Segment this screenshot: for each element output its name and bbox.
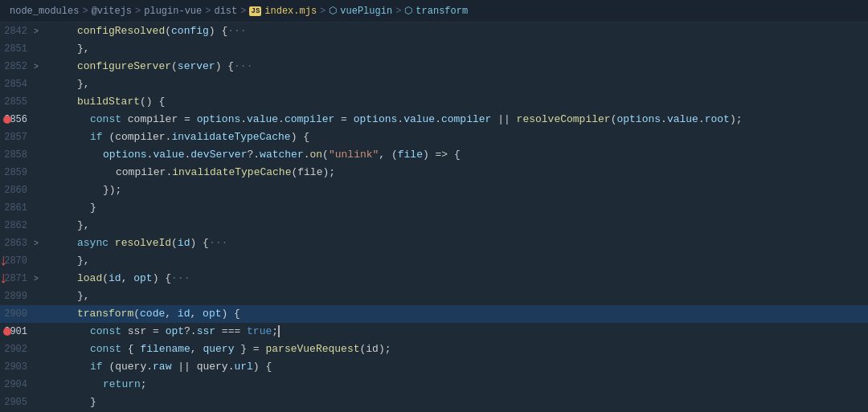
line-content: configureServer(server) {··· (58, 58, 868, 75)
arrow-indicator: ↓ (0, 271, 8, 287)
line-gutter: 2861 (0, 199, 58, 217)
code-line: 2855 buildStart() { (0, 93, 868, 111)
code-line: 2902 const { filename, query } = parseVu… (0, 341, 868, 358)
code-line: 2899 }, (0, 288, 868, 305)
js-icon: JS (249, 6, 261, 16)
line-number: 2842 (0, 26, 31, 37)
line-number: 2854 (0, 79, 31, 90)
code-line: 2860 }); (0, 182, 868, 199)
breadcrumb: node_modules > @vitejs > plugin-vue > di… (0, 0, 868, 22)
code-line: 2905 } (0, 394, 868, 411)
line-content: }, (58, 40, 868, 58)
line-gutter: 2856 (0, 111, 58, 128)
line-content: const { filename, query } = parseVueRequ… (58, 341, 868, 358)
breadcrumb-file[interactable]: index.mjs (264, 6, 317, 17)
fold-arrow[interactable]: > (31, 63, 42, 71)
line-number: 2860 (0, 185, 31, 196)
line-number: 2862 (0, 220, 31, 231)
breadcrumb-folder: node_modules (10, 6, 79, 17)
line-content: }, (58, 75, 868, 93)
line-gutter: 2863 > (0, 235, 58, 252)
code-line: 2842 > configResolved(config) {··· (0, 22, 868, 40)
line-gutter: ↓ 2871 > (0, 270, 58, 288)
symbol-icon: ⬡ (329, 5, 337, 17)
breadcrumb-folder: dist (214, 6, 237, 17)
line-number: 2861 (0, 202, 31, 214)
line-gutter: 2901 (0, 323, 58, 341)
code-line: 2859 compiler.invalidateTypeCache(file); (0, 164, 868, 182)
line-content: if (compiler.invalidateTypeCache) { (58, 128, 868, 146)
line-content: } (58, 199, 868, 217)
code-editor: 2842 > configResolved(config) {··· 2851 … (0, 22, 868, 412)
code-line: 2851 }, (0, 40, 868, 58)
line-content: async resolveId(id) {··· (58, 235, 868, 252)
line-number: 2900 (0, 308, 31, 320)
code-line: 2903 if (query.raw || query.url) { (0, 358, 868, 376)
line-content: return; (58, 376, 868, 394)
code-line: 2901 const ssr = opt?.ssr === true; (0, 323, 868, 341)
line-gutter: 2857 (0, 128, 58, 146)
line-content: if (query.raw || query.url) { (58, 358, 868, 376)
line-number: 2857 (0, 132, 31, 143)
breakpoint-indicator (3, 328, 11, 336)
line-content: compiler.invalidateTypeCache(file); (58, 164, 868, 182)
line-content: options.value.devServer?.watcher.on("unl… (58, 146, 868, 164)
breadcrumb-folder: @vitejs (92, 6, 132, 17)
line-content: }, (58, 217, 868, 235)
line-content: } (58, 394, 868, 411)
line-gutter: 2860 (0, 182, 58, 199)
line-content: configResolved(config) {··· (58, 22, 868, 40)
fold-arrow[interactable]: > (31, 275, 42, 284)
breadcrumb-symbol[interactable]: vuePlugin (340, 6, 392, 17)
code-line: ↓ 2870 }, (0, 252, 868, 270)
line-content: buildStart() { (58, 93, 868, 111)
line-gutter: 2900 (0, 305, 58, 323)
line-content: const compiler = options.value.compiler … (58, 111, 868, 128)
code-line: 2852 > configureServer(server) {··· (0, 58, 868, 75)
line-gutter: 2862 (0, 217, 58, 235)
breadcrumb-folder: plugin-vue (144, 6, 202, 17)
line-gutter: 2842 > (0, 22, 58, 40)
code-line: 2861 } (0, 199, 868, 217)
code-line: 2858 options.value.devServer?.watcher.on… (0, 146, 868, 164)
line-number: 2903 (0, 361, 31, 373)
line-number: 2858 (0, 149, 31, 161)
code-line: 2904 return; (0, 376, 868, 394)
line-gutter: ↓ 2870 (0, 252, 58, 270)
line-gutter: 2851 (0, 40, 58, 58)
line-content: transform(code, id, opt) { (58, 305, 868, 323)
line-number: 2899 (0, 291, 31, 302)
line-content: const ssr = opt?.ssr === true; (58, 323, 868, 341)
line-gutter: 2858 (0, 146, 58, 164)
line-content: }, (58, 252, 868, 270)
line-gutter: 2852 > (0, 58, 58, 75)
line-number: 2905 (0, 397, 31, 408)
arrow-indicator: ↓ (0, 253, 8, 269)
line-number: 2852 (0, 61, 31, 72)
line-content: load(id, opt) {··· (58, 270, 868, 288)
code-line: 2900 transform(code, id, opt) { (0, 305, 868, 323)
line-gutter: 2855 (0, 93, 58, 111)
fold-arrow[interactable]: > (31, 239, 42, 248)
breadcrumb-symbol[interactable]: transform (416, 6, 468, 17)
line-content: }, (58, 288, 868, 305)
line-gutter: 2904 (0, 376, 58, 394)
code-line: 2862 }, (0, 217, 868, 235)
line-number: 2902 (0, 344, 31, 355)
line-number: 2855 (0, 96, 31, 108)
code-line: 2856 const compiler = options.value.comp… (0, 111, 868, 128)
line-gutter: 2854 (0, 75, 58, 93)
line-number: 2904 (0, 379, 31, 390)
line-number: 2851 (0, 43, 31, 55)
code-line: 2857 if (compiler.invalidateTypeCache) { (0, 128, 868, 146)
line-gutter: 2902 (0, 341, 58, 358)
line-gutter: 2859 (0, 164, 58, 182)
code-line: ↓ 2871 > load(id, opt) {··· (0, 270, 868, 288)
line-content: }); (58, 182, 868, 199)
line-gutter: 2905 (0, 394, 58, 411)
line-number: 2863 (0, 238, 31, 249)
breakpoint-indicator (3, 116, 11, 124)
line-number: 2859 (0, 167, 31, 178)
code-line: 2863 > async resolveId(id) {··· (0, 235, 868, 252)
fold-arrow[interactable]: > (31, 27, 42, 36)
